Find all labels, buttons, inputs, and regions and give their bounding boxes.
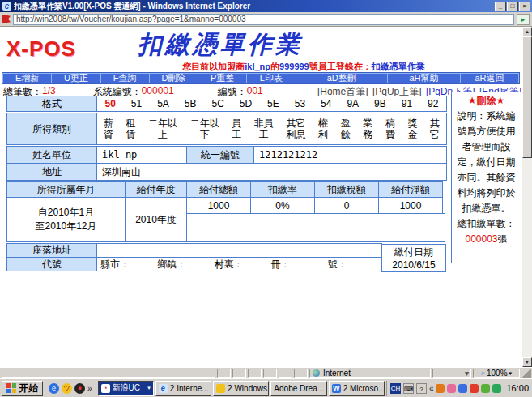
start-button[interactable]: 开始 <box>2 381 43 396</box>
table-empty-cell <box>186 213 445 242</box>
tray-icon-5[interactable] <box>481 384 490 393</box>
format-option-92[interactable]: 92 <box>428 98 438 109</box>
tax-input[interactable]: 0 <box>314 197 379 214</box>
category-bonus: 獎金 <box>408 117 418 140</box>
resize-grip[interactable] <box>521 369 531 378</box>
location-input[interactable] <box>96 243 382 258</box>
format-option-9b[interactable]: 9B <box>374 98 386 109</box>
code-county-field[interactable]: 縣市： <box>97 258 154 271</box>
quicklaunch-smiley-icon[interactable]: ツ <box>62 383 72 394</box>
recno-label: 編號： <box>218 85 247 96</box>
task-sina-uc[interactable]: ◔ 新浪UC ▾ <box>98 381 154 396</box>
category-nonemployee: 非員工 <box>254 117 274 140</box>
taskbar-clock[interactable]: 16:00 <box>506 383 529 393</box>
zoom-segment[interactable]: ⌕ 100% ▾ <box>473 369 520 378</box>
format-option-5e[interactable]: 5E <box>267 98 279 109</box>
format-option-50[interactable]: 50 <box>104 98 115 109</box>
login-notice: 您目前以加盟商ikl_np的999999號員工登錄在：扣繳憑單作業 <box>130 61 478 73</box>
tray-icon-4[interactable] <box>470 384 479 393</box>
location-label: 座落地址 <box>6 243 97 258</box>
category-options: 薪資 租賃 二年以上 二年以下 員工 非員工 其它利息 權利 盈餘 業務 稿費 … <box>96 113 447 145</box>
scroll-down-icon[interactable]: ▼ <box>522 357 532 367</box>
paydate-value[interactable]: 2010/6/15 <box>392 259 435 271</box>
code-label: 代號 <box>6 257 97 271</box>
status-message-segment <box>2 369 215 378</box>
tray-icon-3[interactable] <box>458 384 467 393</box>
quicklaunch-qq-icon[interactable]: ● <box>74 383 85 394</box>
format-option-91[interactable]: 91 <box>402 98 412 109</box>
notice-mid1: 的 <box>270 62 279 71</box>
close-button[interactable]: × <box>519 2 530 11</box>
go-button-icon[interactable]: ▸ <box>517 14 530 25</box>
refresh-button[interactable]: P重整 <box>198 74 246 83</box>
table-body-row: 自2010年1月 至2010年12月 2010年度 1000 0% 0 1000 <box>6 197 447 242</box>
title-bar: e 扣繳憑單作業V1.00[X-POS 雲通網] - Windows Inter… <box>0 0 532 12</box>
add-button[interactable]: E增新 <box>3 74 51 83</box>
code-township-field[interactable]: 鄉鎮： <box>154 258 211 271</box>
tray-collapse-icon[interactable]: « <box>429 384 434 393</box>
voucher-form: 格式 50 51 5A 5B 5C 5D 5E 53 54 9A 9B 91 9… <box>6 96 447 272</box>
task-windows-explorer[interactable]: 2 Windows... ▾ <box>213 381 269 396</box>
task-label: 2 Microso... <box>343 384 385 393</box>
header-total: 給付總額 <box>186 181 251 198</box>
format-option-9a[interactable]: 9A <box>347 98 359 109</box>
minimize-button[interactable]: _ <box>495 2 506 11</box>
period-to: 至2010年12月 <box>35 220 96 233</box>
purge-button[interactable]: aD整刪 <box>296 74 388 83</box>
total-input[interactable]: 1000 <box>186 197 251 214</box>
address-input[interactable]: 深圳南山 <box>96 163 447 181</box>
format-option-5a[interactable]: 5A <box>157 98 169 109</box>
scroll-thumb[interactable] <box>522 36 532 158</box>
format-option-53[interactable]: 53 <box>295 98 305 109</box>
return-button[interactable]: aR返回 <box>461 74 518 83</box>
status-bar: Internet ▾ ⌕ 100% ▾ <box>0 367 532 378</box>
ime-language-icon[interactable]: CH <box>390 383 401 394</box>
pay-year-value[interactable]: 2010年度 <box>125 197 187 242</box>
code-number-field[interactable]: 號： <box>325 258 381 271</box>
help-button[interactable]: aH幫助 <box>388 74 460 83</box>
task-microsoft-word[interactable]: W 2 Microso... ▾ <box>329 381 385 396</box>
delete-button[interactable]: D刪除 <box>150 74 198 83</box>
name-input[interactable]: ikl_np <box>96 146 187 164</box>
tray-icon-2[interactable] <box>447 384 456 393</box>
scroll-up-icon[interactable]: ▲ <box>522 27 532 36</box>
period-value[interactable]: 自2010年1月 至2010年12月 <box>6 197 126 242</box>
query-button[interactable]: F查詢 <box>101 74 149 83</box>
rate-input[interactable]: 0% <box>250 197 315 214</box>
task-adobe-dreamweaver[interactable]: Adobe Drea... <box>270 381 326 396</box>
format-option-5c[interactable]: 5C <box>211 98 223 109</box>
quicklaunch-msn-icon[interactable]: e <box>49 383 59 394</box>
code-village-field[interactable]: 村裏： <box>211 258 267 271</box>
net-input[interactable]: 1000 <box>378 197 443 214</box>
address-input[interactable]: http://win2008/tw/Voucher/koujian.asp?pa… <box>13 14 514 25</box>
maximize-button[interactable]: □ <box>507 2 518 11</box>
print-button[interactable]: L印表 <box>247 74 295 83</box>
code-book-field[interactable]: 冊： <box>268 258 325 271</box>
uid-input[interactable]: 1212121212 <box>253 146 447 164</box>
tray-icon-1[interactable] <box>436 384 445 393</box>
magnifier-icon: ⌕ <box>481 369 485 378</box>
page-title: 扣繳憑單作業 <box>138 28 303 62</box>
notice-module: 扣繳憑單作業 <box>372 62 425 71</box>
format-option-5d[interactable]: 5D <box>240 98 252 109</box>
format-option-51[interactable]: 51 <box>131 98 142 109</box>
quick-launch: e ツ ● » <box>45 381 96 396</box>
protected-mode-segment[interactable]: ▾ <box>432 369 471 378</box>
tray-icon-6[interactable] <box>492 384 501 393</box>
format-option-54[interactable]: 54 <box>321 98 331 109</box>
folder-icon <box>216 384 225 393</box>
period-from: 自2010年1月 <box>38 206 94 220</box>
side-note-text: 說明：系統編號爲方便使用者管理而設定，繳付日期亦同。其餘資料均將列印於扣繳憑單。 <box>453 109 519 216</box>
update-button[interactable]: U更正 <box>52 74 100 83</box>
ime-help-icon[interactable]: ? <box>416 383 427 394</box>
category-rent: 租賃 <box>126 117 135 140</box>
side-note-panel: ★刪除★ 說明：系統編號爲方便使用者管理而設定，繳付日期亦同。其餘資料均將列印於… <box>451 92 521 263</box>
name-label: 姓名單位 <box>6 146 97 164</box>
task-internet-explorer[interactable]: e 2 Interne... ▾ <box>155 381 211 396</box>
vertical-scrollbar[interactable]: ▲ ▼ <box>522 27 532 367</box>
category-employee: 員工 <box>232 117 241 140</box>
keyboard-icon[interactable]: ⌨ <box>403 383 414 394</box>
quicklaunch-overflow-icon[interactable]: » <box>87 384 92 393</box>
format-option-5b[interactable]: 5B <box>185 98 197 109</box>
header-period: 所得所屬年月 <box>6 181 126 198</box>
